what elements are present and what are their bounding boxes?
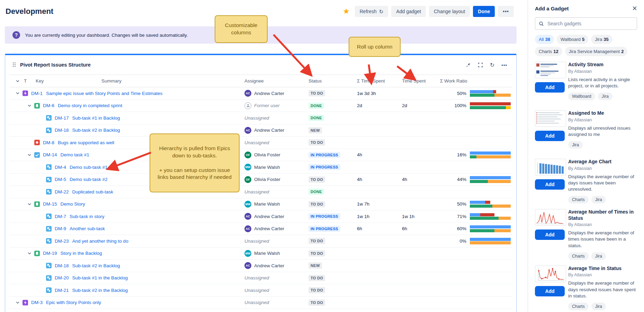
sum-time-spent-value: 2d [352, 103, 397, 108]
work-ratio-bars [470, 225, 511, 233]
filter-pill-wallboard[interactable]: Wallboard5 [557, 35, 588, 44]
issue-key-link[interactable]: DM-15 [43, 201, 57, 207]
filter-pill-jira[interactable]: Jira35 [591, 35, 612, 44]
add-button[interactable]: Add [535, 131, 565, 141]
issue-summary-link[interactable]: Sub-task #1 in the Backlog [72, 275, 128, 280]
collapse-all-chevron-icon[interactable] [14, 78, 21, 84]
column-header-sum-work-ratio[interactable]: Σ Work Ratio [435, 78, 512, 84]
avatar: MW [244, 250, 251, 257]
expander-chevron-icon[interactable] [14, 300, 21, 305]
issue-summary-link[interactable]: Sub-task in story [70, 214, 105, 219]
expander-chevron-icon[interactable] [26, 251, 33, 256]
issue-key-link[interactable]: DM-7 [55, 214, 66, 219]
search-input[interactable] [547, 20, 633, 27]
issue-summary-link[interactable]: Sub-task #2 in Backlog [72, 263, 120, 268]
work-ratio-value: 16% [439, 152, 466, 157]
issue-summary-link[interactable]: Demo sub-task #2 [70, 177, 108, 182]
expander-chevron-icon[interactable] [26, 201, 33, 207]
filter-pill-jira-service-management[interactable]: Jira Service Management2 [565, 47, 628, 56]
issue-summary-link[interactable]: Sub-task #2 in Backlog [72, 128, 120, 133]
gadget-card-title: Average Age Chart [568, 159, 637, 165]
issue-summary-link[interactable]: Another sub-task [70, 226, 105, 231]
column-header-summary[interactable]: Summary [101, 78, 122, 84]
issue-key-link[interactable]: DM-23 [55, 239, 69, 244]
drag-handle-icon[interactable] [13, 62, 16, 67]
avatar: MW [244, 201, 251, 208]
close-icon[interactable]: × [632, 4, 637, 12]
sum-time-spent-value: 1w 3d 3h [352, 91, 397, 96]
issue-summary-link[interactable]: Demo Story [61, 201, 85, 207]
expander-chevron-icon[interactable] [26, 103, 33, 109]
column-header-status[interactable]: Status [304, 78, 352, 84]
issue-summary-link[interactable]: Bugs are supported as well [58, 140, 114, 145]
issues-table: T Key Summary Assignee Status Σ Time Spe… [9, 75, 512, 312]
assignee-name: Unassigned [244, 115, 269, 121]
issue-type-icon-epic [23, 300, 28, 305]
issue-key-link[interactable]: DM-1 [31, 91, 43, 96]
gadget-card-description: Displays the average number of times iss… [568, 230, 637, 249]
callout-text: Roll up column [357, 43, 393, 51]
issue-summary-link[interactable]: Sample epic issue with Story Points and … [46, 91, 162, 96]
column-header-type[interactable]: T [24, 78, 36, 84]
table-row: DM-19Story in the BacklogMWMarie WalshTO… [9, 248, 512, 260]
issue-key-link[interactable]: DM-20 [55, 275, 69, 280]
column-header-key[interactable]: Key [36, 78, 101, 84]
issue-summary-link[interactable]: Epic with Story Points only [46, 300, 101, 305]
issue-key-link[interactable]: DM-21 [55, 288, 69, 293]
issue-key-link[interactable]: DM-22 [55, 189, 69, 194]
issue-key-link[interactable]: DM-6 [43, 103, 54, 108]
issue-type-icon-subtask [46, 189, 52, 194]
favorite-star-icon[interactable]: ★ [343, 7, 350, 16]
filter-pill-charts[interactable]: Charts12 [535, 47, 562, 56]
expander-chevron-icon[interactable] [14, 90, 21, 96]
gadget-tag: Charts [568, 196, 589, 203]
gadget-refresh-icon[interactable]: ↻ [490, 62, 494, 68]
issue-summary-link[interactable]: Story in the Backlog [61, 251, 102, 256]
issue-type-icon-subtask [46, 177, 52, 182]
add-gadget-button[interactable]: Add gadget [391, 6, 426, 17]
change-layout-button[interactable]: Change layout [429, 6, 470, 17]
gadget-more-icon[interactable]: ••• [501, 62, 507, 68]
refresh-button[interactable]: Refresh ↻ [355, 6, 388, 17]
issue-key-link[interactable]: DM-14 [43, 152, 57, 157]
issue-key-link[interactable]: DM-8 [43, 140, 54, 145]
callout-customizable-columns: Customizable columns [215, 15, 268, 43]
sum-time-spent-value: 4h [352, 177, 397, 182]
issue-summary-link[interactable]: Demo story in completed sprint [58, 103, 122, 108]
issue-summary-link[interactable]: And yet another thing to do [72, 239, 128, 244]
table-row: DM-15Demo StoryMWMarie WalshTO DO1w 7h50… [9, 198, 512, 211]
issue-summary-link[interactable]: Demo task #1 [61, 152, 89, 157]
issue-key-link[interactable]: DM-17 [55, 115, 69, 121]
gadget-toolbar: ↻ ••• [466, 62, 511, 68]
issue-key-link[interactable]: DM-19 [43, 251, 57, 256]
issue-key-link[interactable]: DM-3 [31, 300, 43, 305]
expander-chevron-icon[interactable] [26, 152, 33, 158]
table-row: DM-3Epic with Story Points onlyUnassigne… [9, 297, 512, 309]
gadget-card-author: By Atlassian [568, 69, 637, 74]
column-header-time-spent[interactable]: Time Spent [397, 78, 435, 84]
time-spent-value: 4h [397, 177, 435, 182]
issue-summary-link[interactable]: Sub-task #2 in the Backlog [72, 288, 128, 293]
more-actions-button[interactable]: ••• [498, 6, 514, 17]
table-row: DM-6Demo story in completed sprintFormer… [9, 100, 512, 112]
issue-key-link[interactable]: DM-5 [55, 177, 66, 182]
issue-summary-link[interactable]: Duplicated sub-task [72, 189, 114, 194]
issue-summary-link[interactable]: Demo sub-task #1 [70, 165, 108, 170]
expand-icon[interactable] [478, 62, 483, 68]
column-header-assignee[interactable]: Assignee [240, 78, 304, 84]
issue-summary-link[interactable]: Sub-task #1 in Backlog [72, 115, 120, 121]
gadget-tag: Jira [591, 252, 606, 260]
collapse-icon[interactable] [466, 62, 471, 68]
gadget-search [535, 17, 637, 30]
issue-key-link[interactable]: DM-18 [55, 128, 69, 133]
add-button[interactable]: Add [535, 179, 565, 190]
filter-pill-all[interactable]: All38 [535, 35, 554, 44]
add-button[interactable]: Add [535, 286, 565, 296]
done-button[interactable]: Done [473, 6, 495, 17]
issue-key-link[interactable]: DM-18 [55, 263, 69, 268]
add-button[interactable]: Add [535, 229, 565, 240]
add-button[interactable]: Add [535, 82, 565, 93]
column-header-sum-time-spent[interactable]: Σ Time Spent [352, 78, 397, 84]
issue-key-link[interactable]: DM-4 [55, 165, 66, 170]
issue-key-link[interactable]: DM-9 [55, 226, 66, 231]
